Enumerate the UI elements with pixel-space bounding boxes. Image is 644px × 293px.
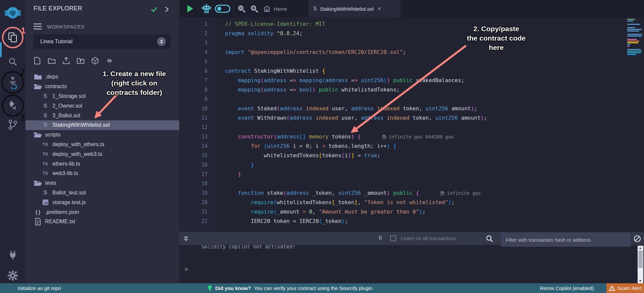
sidebar-item-git[interactable]	[0, 118, 26, 131]
link-github-button[interactable]	[105, 56, 114, 65]
solidity-file-icon: S	[44, 113, 47, 119]
sidebar-item-plugin-manager[interactable]	[0, 249, 26, 261]
listen-checkbox[interactable]	[390, 235, 396, 241]
folder-open-icon	[34, 83, 42, 90]
tree-item-scripts[interactable]: scripts	[26, 130, 179, 140]
remix-logo[interactable]	[0, 4, 26, 23]
workspace-name: Linea Tutorial	[40, 39, 73, 45]
solidity-file-icon: S	[44, 103, 47, 109]
editor-top-bar: Home S StakingWithWhitelist.sol ×	[179, 0, 644, 17]
line-number: 19	[179, 188, 217, 198]
home-tab[interactable]: Home	[263, 0, 287, 17]
workspace-caret-icon[interactable]	[157, 37, 166, 46]
tree-item-tests[interactable]: tests	[26, 178, 179, 188]
solidity-compiler-icon	[7, 76, 18, 89]
upload-file-button[interactable]	[62, 56, 71, 65]
terminal-toolbar: 0 Listen on all transactions	[179, 232, 644, 245]
tree-item-3_Ballot.sol[interactable]: S3_Ballot.sol	[26, 111, 179, 120]
typescript-file-icon: TS	[43, 152, 48, 157]
terminal-output[interactable]: Solidity copilot not activated! >	[179, 245, 644, 283]
zoom-out-button[interactable]	[237, 4, 246, 15]
code-line-9	[225, 95, 487, 104]
code-line-22: IERC20 token = IERC20(_token);	[225, 217, 487, 226]
tree-item-StakingWithWhitelist.sol[interactable]: SStakingWithWhitelist.sol	[26, 120, 179, 130]
copilot-robot-icon[interactable]	[201, 4, 212, 15]
folder-open-icon	[34, 180, 42, 186]
line-number: 22	[179, 217, 217, 226]
solidity-file-icon: S	[313, 6, 317, 12]
sidebar-item-settings[interactable]	[0, 270, 26, 282]
code-editor[interactable]: // SPDX-License-Identifier: MITpragma so…	[217, 17, 644, 232]
upload-folder-button[interactable]	[76, 56, 85, 65]
tree-item-deploy_with_ethers.ts[interactable]: TSdeploy_with_ethers.ts	[26, 140, 179, 150]
tab-label: StakingWithWhitelist.sol	[320, 6, 374, 12]
listen-label: Listen on all transactions	[401, 235, 456, 241]
solidity-file-icon: S	[44, 93, 47, 99]
copilot-status[interactable]: Remix Copilot (enabled)	[540, 285, 594, 291]
new-file-button[interactable]	[33, 56, 42, 65]
scam-alert-button[interactable]: Scam Alert	[606, 283, 644, 293]
typescript-file-icon: TS	[43, 171, 48, 176]
chevron-right-icon[interactable]	[165, 6, 169, 14]
accept-check-icon[interactable]	[150, 6, 158, 14]
sidebar-item-file-explorer[interactable]	[0, 31, 26, 44]
tree-item-ethers-lib.ts[interactable]: TSethers-lib.ts	[26, 159, 179, 169]
workspace-selector[interactable]: Linea Tutorial	[34, 34, 171, 49]
folder-open-icon	[34, 132, 42, 138]
files-icon	[8, 32, 18, 43]
git-init-button[interactable]: Initialize as git repo	[18, 285, 61, 291]
code-line-7: mapping(address => mapping(address => ui…	[225, 76, 487, 85]
text-file-icon	[35, 218, 41, 225]
transaction-count: 0	[379, 235, 382, 241]
scroll-up-icon[interactable]	[639, 247, 642, 249]
lightbulb-icon	[208, 285, 212, 291]
annotation-step1: 1. Create a new file (right click on con…	[81, 69, 188, 97]
tree-item-README.txt[interactable]: README.txt	[26, 217, 179, 227]
tab-close-icon[interactable]: ×	[378, 5, 381, 12]
javascript-file-icon: JS	[43, 199, 48, 205]
terminal-collapse-icon[interactable]	[183, 235, 189, 243]
template-cube-button[interactable]	[91, 56, 99, 65]
minimap[interactable]	[627, 19, 643, 56]
transaction-filter-input[interactable]	[501, 233, 631, 247]
home-icon	[263, 5, 271, 12]
scroll-down-icon[interactable]	[639, 280, 642, 282]
line-number: 20	[179, 198, 217, 207]
run-script-button[interactable]	[187, 5, 193, 12]
active-plugin-indicator	[0, 42, 2, 57]
tree-item-storage.test.js[interactable]: JSstorage.test.js	[26, 197, 179, 207]
zoom-in-button[interactable]	[250, 4, 259, 15]
line-number: 18	[179, 179, 217, 188]
tip-text: You can verify your contract using the S…	[254, 285, 374, 291]
panel-title: FILE EXPLORER	[34, 5, 82, 12]
tab-staking-with-whitelist[interactable]: S StakingWithWhitelist.sol ×	[308, 0, 401, 17]
clear-console-icon[interactable]	[633, 235, 641, 244]
sidebar-item-search[interactable]	[0, 56, 26, 68]
json-file-icon: { }	[36, 209, 41, 215]
deploy-icon	[7, 100, 18, 112]
code-line-6: contract StakingWithWhitelist {	[225, 66, 487, 76]
tree-item-web3-lib.ts[interactable]: TSweb3-lib.ts	[26, 169, 179, 178]
line-number: 13	[179, 132, 217, 141]
left-icon-rail: 1 2 3	[0, 0, 26, 283]
terminal-scrollbar[interactable]	[638, 246, 643, 283]
copilot-toggle[interactable]	[215, 5, 230, 13]
scrollbar-thumb[interactable]	[638, 250, 643, 268]
sidebar-item-solidity-compiler[interactable]	[0, 76, 26, 89]
line-number: 3	[179, 38, 217, 48]
gear-icon	[8, 271, 18, 281]
tree-item-2_Owner.sol[interactable]: S2_Owner.sol	[26, 101, 179, 111]
sidebar-item-deploy-run[interactable]	[0, 99, 26, 113]
line-number: 12	[179, 123, 217, 132]
plug-icon	[8, 250, 17, 260]
line-number: 4	[179, 48, 217, 57]
line-number: 11	[179, 113, 217, 123]
hamburger-menu-icon[interactable]	[34, 23, 42, 30]
tree-item-Ballot_test.sol[interactable]: SBallot_test.sol	[26, 188, 179, 198]
scam-alert-label: Scam Alert	[617, 285, 642, 291]
new-folder-button[interactable]	[47, 56, 56, 65]
tree-item-deploy_with_web3.ts[interactable]: TSdeploy_with_web3.ts	[26, 149, 179, 159]
line-number: 10	[179, 104, 217, 113]
terminal-search-icon[interactable]	[486, 235, 494, 244]
tree-item-.prettierrc.json[interactable]: { }.prettierrc.json	[26, 207, 179, 217]
